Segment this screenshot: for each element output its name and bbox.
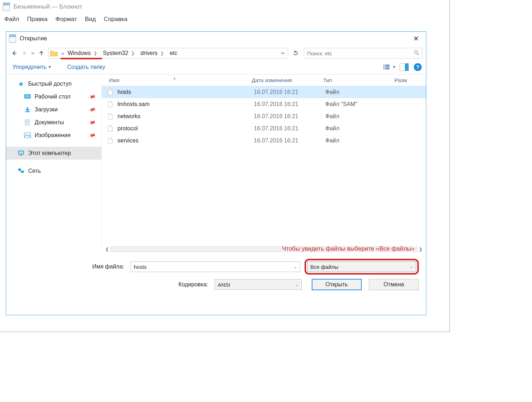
sidebar-item-label: Этот компьютер <box>28 150 71 156</box>
file-date: 16.07.2016 16:21 <box>254 101 325 107</box>
file-name: lmhosts.sam <box>117 101 254 107</box>
notepad-menubar: Файл Правка Формат Вид Справка <box>0 14 450 26</box>
notepad-title: Безымянный — Блокнот <box>14 3 82 10</box>
path-dropdown-button[interactable] <box>278 51 286 55</box>
filter-value: Все файлы <box>310 264 338 270</box>
column-size[interactable]: Разм <box>395 77 426 83</box>
sidebar-item-desktop[interactable]: Рабочий стол 📌 <box>6 90 101 103</box>
crumb-etc[interactable]: etc <box>168 48 179 58</box>
file-name: hosts <box>117 89 254 95</box>
nav-back-button[interactable] <box>10 49 19 58</box>
organize-button[interactable]: Упорядочить ▼ <box>10 62 54 72</box>
chevron-down-icon: ▼ <box>48 65 51 69</box>
desktop-icon <box>24 94 31 100</box>
computer-icon <box>17 150 25 156</box>
file-icon <box>107 101 114 107</box>
svg-rect-12 <box>25 95 30 98</box>
pin-icon: 📌 <box>88 131 96 139</box>
nav-up-button[interactable] <box>37 49 46 58</box>
nav-forward-button[interactable] <box>20 49 29 58</box>
sidebar-item-label: Сеть <box>28 168 41 174</box>
search-box[interactable] <box>304 48 422 59</box>
nav-recent-dropdown[interactable] <box>30 49 36 58</box>
sidebar-item-network[interactable]: Сеть <box>6 165 101 177</box>
picture-icon <box>24 132 31 139</box>
annotation-highlight: Все файлы ⌄ <box>305 259 419 275</box>
file-date: 16.07.2016 16:21 <box>254 137 325 144</box>
star-icon <box>17 81 25 87</box>
encoding-combobox[interactable]: ANSI ⌄ <box>215 279 302 290</box>
pin-icon: 📌 <box>88 106 96 114</box>
path-overflow-icon[interactable]: « <box>59 51 66 56</box>
svg-rect-5 <box>383 65 385 66</box>
scroll-right-icon[interactable]: ❯ <box>417 247 424 252</box>
column-headers: Имя∧ Дата изменения Тип Разм <box>102 75 426 86</box>
filename-combobox[interactable]: hosts ⌄ <box>131 261 300 272</box>
svg-rect-8 <box>385 66 390 67</box>
breadcrumb-bar[interactable]: « Windows❯ System32❯ drivers❯ etc <box>48 48 288 59</box>
sidebar-item-downloads[interactable]: Загрузки 📌 <box>6 103 101 116</box>
file-row[interactable]: networks16.07.2016 16:21Файл <box>102 110 426 122</box>
pin-icon: 📌 <box>88 119 96 126</box>
crumb-windows[interactable]: Windows❯ <box>66 48 101 58</box>
new-folder-button[interactable]: Создать папку <box>67 64 105 70</box>
svg-point-19 <box>29 134 30 135</box>
chevron-down-icon: ⌄ <box>295 282 298 287</box>
crumb-system32[interactable]: System32❯ <box>101 48 139 58</box>
sidebar-item-quick-access[interactable]: Быстрый доступ <box>6 77 101 90</box>
sidebar-item-label: Загрузки <box>35 106 57 113</box>
cancel-button[interactable]: Отмена <box>369 279 419 290</box>
chevron-right-icon: ❯ <box>157 51 167 56</box>
file-row[interactable]: protocol16.07.2016 16:21Файл <box>102 122 426 135</box>
file-row[interactable]: lmhosts.sam16.07.2016 16:21Файл "SAM" <box>102 98 426 110</box>
scroll-left-icon[interactable]: ❮ <box>104 247 110 252</box>
chevron-right-icon: ❯ <box>128 51 137 56</box>
chevron-down-icon: ▼ <box>392 65 396 69</box>
column-name[interactable]: Имя∧ <box>102 77 252 83</box>
file-row[interactable]: hosts16.07.2016 16:21Файл <box>102 86 426 98</box>
view-list-icon <box>383 64 390 70</box>
sidebar-item-pictures[interactable]: Изображения 📌 <box>6 129 101 142</box>
file-icon <box>107 137 114 144</box>
svg-rect-21 <box>19 151 23 154</box>
svg-rect-23 <box>18 169 21 171</box>
file-row[interactable]: services16.07.2016 16:21Файл <box>102 135 426 147</box>
sort-asc-icon: ∧ <box>173 76 176 80</box>
svg-line-4 <box>417 54 419 55</box>
network-icon <box>17 168 25 174</box>
menu-file[interactable]: Файл <box>4 16 19 23</box>
horizontal-scrollbar[interactable]: ❮ Чтобы увидеть файлы выберите «Все файл… <box>104 245 424 253</box>
file-date: 16.07.2016 16:21 <box>254 89 325 95</box>
annotation-text: Чтобы увидеть файлы выберите «Все файлы» <box>281 245 415 252</box>
svg-rect-9 <box>383 68 385 69</box>
menu-view[interactable]: Вид <box>85 16 96 23</box>
column-date[interactable]: Дата изменения <box>252 77 323 83</box>
crumb-drivers[interactable]: drivers❯ <box>139 48 168 58</box>
dialog-title: Открытие <box>20 35 47 42</box>
menu-format[interactable]: Формат <box>55 16 77 23</box>
encoding-value: ANSI <box>218 282 230 288</box>
annotation-underline <box>60 58 102 59</box>
menu-help[interactable]: Справка <box>104 16 127 23</box>
sidebar-item-label: Изображения <box>35 132 71 139</box>
sidebar-item-this-pc[interactable]: Этот компьютер <box>6 147 101 160</box>
file-list-pane: Имя∧ Дата изменения Тип Разм hosts16.07.… <box>102 75 426 253</box>
search-icon <box>414 50 419 56</box>
view-options-button[interactable]: ▼ <box>382 63 397 71</box>
search-input[interactable] <box>307 50 414 56</box>
svg-rect-6 <box>385 65 390 66</box>
file-type-filter[interactable]: Все файлы ⌄ <box>307 261 416 272</box>
sidebar-item-documents[interactable]: Документы 📌 <box>6 116 101 129</box>
close-button[interactable]: ✕ <box>409 34 423 43</box>
svg-rect-13 <box>25 111 30 112</box>
refresh-button[interactable] <box>290 48 301 59</box>
svg-rect-7 <box>383 66 385 67</box>
svg-rect-10 <box>385 68 390 69</box>
menu-edit[interactable]: Правка <box>27 16 47 23</box>
notepad-titlebar: Безымянный — Блокнот <box>0 0 450 14</box>
file-type: Файл <box>325 89 397 95</box>
open-button[interactable]: Открыть <box>312 279 362 290</box>
column-type[interactable]: Тип <box>323 77 395 83</box>
preview-pane-button[interactable] <box>400 63 409 71</box>
help-button[interactable]: ? <box>414 63 422 71</box>
